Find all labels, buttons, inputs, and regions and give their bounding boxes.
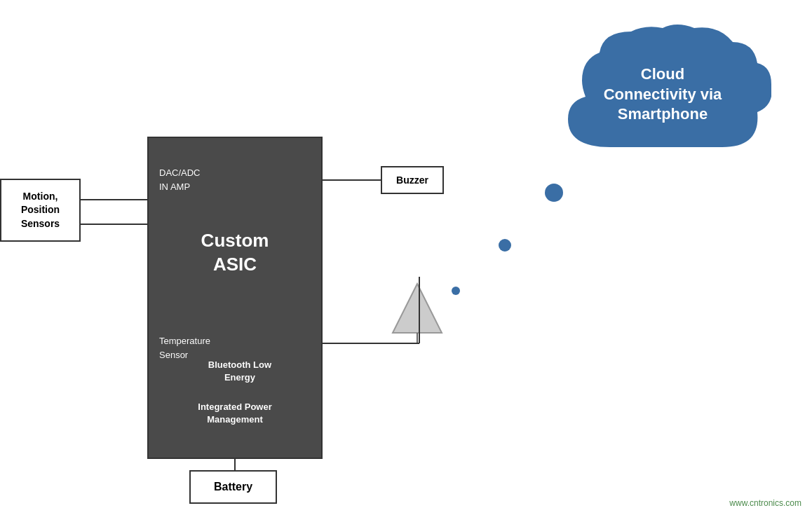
dot-large	[545, 184, 563, 202]
cloud-text: Cloud Connectivity via Smartphone	[593, 64, 733, 125]
asic-title: Custom ASIC	[149, 229, 321, 277]
antenna-symbol	[389, 280, 445, 343]
dot-small	[452, 287, 460, 295]
antenna-svg	[389, 280, 445, 343]
dac-label: DAC/ADC IN AMP	[159, 166, 201, 193]
buzzer-box: Buzzer	[381, 166, 444, 194]
ble-label: Bluetooth Low Energy	[198, 359, 282, 384]
cloud-container: Cloud Connectivity via Smartphone	[554, 21, 771, 168]
temp-sensor-label: Temperature Sensor	[159, 334, 210, 362]
dot-medium	[499, 239, 511, 252]
asic-block: DAC/ADC IN AMP Custom ASIC Temperature S…	[147, 137, 323, 459]
battery-label: Battery	[214, 481, 252, 493]
power-management-label: Integrated Power Management	[149, 401, 321, 426]
buzzer-label: Buzzer	[396, 174, 428, 186]
motion-sensors-label: Motion, Position Sensors	[21, 190, 60, 231]
watermark: www.cntronics.com	[729, 498, 801, 508]
svg-marker-6	[393, 284, 442, 333]
motion-sensors-box: Motion, Position Sensors	[0, 179, 81, 242]
battery-box: Battery	[189, 470, 277, 504]
